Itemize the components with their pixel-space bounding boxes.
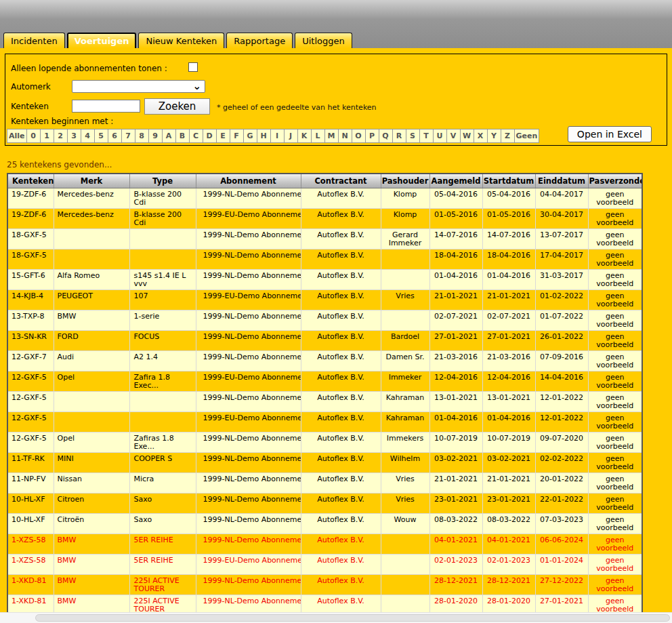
vehicle-cell: 11-TF-RK xyxy=(7,453,54,473)
alpha-filter-o[interactable]: O xyxy=(352,129,366,143)
vehicle-row[interactable]: 14-KJB-4PEUGEOT1071999-EU-Demo Abonnemen… xyxy=(7,290,642,310)
app-window: IncidentenVoertuigenNieuw KentekenRappor… xyxy=(0,0,672,623)
alpha-filter-5[interactable]: 5 xyxy=(94,129,108,143)
alpha-filter-1[interactable]: 1 xyxy=(40,129,54,143)
alpha-filter-0[interactable]: 0 xyxy=(26,129,41,143)
alpha-filter-y[interactable]: Y xyxy=(487,129,501,143)
vehicle-row[interactable]: 11-TF-RKMINICOOPER S1999-NL-Demo Abonnem… xyxy=(7,453,642,473)
alpha-filter-2[interactable]: 2 xyxy=(54,129,68,143)
open-in-excel-button[interactable]: Open in Excel xyxy=(568,126,652,142)
alpha-filter-v[interactable]: V xyxy=(446,129,461,143)
vehicle-row[interactable]: 12-GXF-51999-NL-Demo AbonnementAutoflex … xyxy=(7,392,642,412)
alpha-filter-6[interactable]: 6 xyxy=(108,129,122,143)
alpha-filter-x[interactable]: X xyxy=(474,129,488,143)
vehicle-cell xyxy=(381,534,429,555)
column-header-pashouder[interactable]: Pashouder xyxy=(381,174,429,188)
alpha-filter-p[interactable]: P xyxy=(365,129,379,143)
scrollbar-thumb[interactable] xyxy=(35,614,670,622)
vehicle-row[interactable]: 11-NP-FVNissanMicra1999-NL-Demo Abonneme… xyxy=(7,473,642,494)
alpha-filter-w[interactable]: W xyxy=(460,129,474,143)
vehicle-row[interactable]: 18-GXF-51999-NL-Demo AbonnementAutoflex … xyxy=(7,249,642,270)
alpha-filter-i[interactable]: I xyxy=(270,129,285,143)
column-header-abonnement[interactable]: Abonnement xyxy=(196,174,301,188)
column-header-pasverzonden[interactable]: Pasverzonden xyxy=(588,174,642,188)
alpha-filter-4[interactable]: 4 xyxy=(81,129,95,143)
vehicles-table: Kenteken△MerkTypeAbonnementContractantPa… xyxy=(7,173,643,623)
tab-incidenten[interactable]: Incidenten xyxy=(3,33,65,48)
vehicle-cell: BMW xyxy=(54,534,129,555)
alpha-filter-e[interactable]: E xyxy=(216,129,230,143)
alpha-filter-alle[interactable]: Alle xyxy=(7,129,27,143)
alpha-filter-l[interactable]: L xyxy=(311,129,325,143)
vehicle-row[interactable]: 12-GXF-7AudiA2 1.41999-NL-Demo Abonnemen… xyxy=(7,351,642,371)
vehicle-row[interactable]: 13-SN-KRFORDFOCUS1999-NL-Demo Abonnement… xyxy=(7,331,642,351)
alpha-filter-k[interactable]: K xyxy=(297,129,312,143)
vehicle-row[interactable]: 18-GXF-51999-NL-Demo AbonnementAutoflex … xyxy=(7,229,642,249)
alpha-filter-j[interactable]: J xyxy=(284,129,298,143)
alpha-filter-m[interactable]: M xyxy=(324,129,339,143)
column-header-merk[interactable]: Merk xyxy=(54,174,129,188)
vehicle-cell: geen voorbeeld xyxy=(588,514,642,534)
vehicle-row[interactable]: 19-ZDF-6Mercedes-benzB-klasse 200 Cdi199… xyxy=(7,188,642,209)
vehicle-cell: Damen Sr. xyxy=(381,351,429,371)
vehicle-cell: 18-04-2016 xyxy=(429,249,482,270)
vehicle-cell: 09-07-2020 xyxy=(535,433,588,453)
content-area: Alleen lopende abonnementen tonen : Auto… xyxy=(0,54,672,623)
alpha-filter-c[interactable]: C xyxy=(189,129,203,143)
vehicle-row[interactable]: 10-HL-XFCitroënSaxo1999-NL-Demo Abonneme… xyxy=(7,514,642,534)
vehicle-row[interactable]: 1-XKD-81BMW225I ACTIVE TOURER1999-NL-Dem… xyxy=(7,575,642,595)
tab-nieuw-kenteken[interactable]: Nieuw Kenteken xyxy=(138,33,224,48)
alpha-filter-9[interactable]: 9 xyxy=(148,129,163,143)
vehicle-row[interactable]: 12-GXF-5OpelZafira 1.8 Exec...1999-EU-De… xyxy=(7,371,642,392)
alpha-filter-u[interactable]: U xyxy=(433,129,447,143)
vehicle-cell: geen voorbeeld xyxy=(588,534,642,555)
vehicle-cell: 01-05-2016 xyxy=(482,209,535,229)
horizontal-scrollbar[interactable] xyxy=(0,612,672,623)
alpha-filter-geen[interactable]: Geen xyxy=(514,129,540,143)
vehicle-row[interactable]: 12-GXF-51999-EU-Demo AbonnementAutoflex … xyxy=(7,412,642,433)
vehicle-cell: 12-01-2022 xyxy=(535,412,588,433)
column-header-kenteken[interactable]: Kenteken△ xyxy=(7,174,54,188)
column-header-aangemeld[interactable]: Aangemeld xyxy=(429,174,482,188)
column-header-startdatum[interactable]: Startdatum xyxy=(482,174,535,188)
column-header-contractant[interactable]: Contractant xyxy=(301,174,381,188)
alpha-filter-n[interactable]: N xyxy=(338,129,352,143)
alpha-filter-g[interactable]: G xyxy=(243,129,257,143)
alpha-filter-3[interactable]: 3 xyxy=(67,129,81,143)
vehicle-row[interactable]: 15-GFT-6Alfa Romeos145 s1.4 IE L vvv1999… xyxy=(7,270,642,290)
alpha-filter-7[interactable]: 7 xyxy=(121,129,135,143)
automerk-select[interactable]: ⌄ xyxy=(72,80,205,93)
tab-rapportage[interactable]: Rapportage xyxy=(226,33,293,48)
alpha-filter-d[interactable]: D xyxy=(203,129,217,143)
alpha-filter-f[interactable]: F xyxy=(230,129,244,143)
vehicle-cell: Mercedes-benz xyxy=(54,188,129,209)
alpha-filter-z[interactable]: Z xyxy=(501,129,515,143)
alpha-filter-r[interactable]: R xyxy=(392,129,406,143)
column-header-type[interactable]: Type xyxy=(129,174,196,188)
vehicle-row[interactable]: 19-ZDF-6Mercedes-benzB-klasse 200 Cdi199… xyxy=(7,209,642,229)
alpha-filter-t[interactable]: T xyxy=(419,129,434,143)
vehicle-cell: 05-04-2016 xyxy=(429,188,482,209)
vehicle-row[interactable]: 1-XZS-58BMW5ER REIHE1999-NL-Demo Abonnem… xyxy=(7,534,642,555)
vehicle-cell: geen voorbeeld xyxy=(588,229,642,249)
alpha-filter-8[interactable]: 8 xyxy=(135,129,149,143)
column-header-einddatum[interactable]: Einddatum xyxy=(535,174,588,188)
vehicle-cell: Autoflex B.V. xyxy=(301,310,381,331)
vehicle-cell: 1999-NL-Demo Abonnement xyxy=(196,433,301,453)
alpha-filter-a[interactable]: A xyxy=(162,129,176,143)
vehicle-row[interactable]: 10-HL-XFCitroenSaxo1999-NL-Demo Abonneme… xyxy=(7,494,642,514)
vehicle-row[interactable]: 12-GXF-5OpelZafiras 1.8 Exe...1999-NL-De… xyxy=(7,433,642,453)
alpha-filter-h[interactable]: H xyxy=(257,129,271,143)
running-subscriptions-checkbox[interactable] xyxy=(188,62,198,72)
alpha-filter-b[interactable]: B xyxy=(175,129,190,143)
alpha-filter-q[interactable]: Q xyxy=(379,129,393,143)
kenteken-input[interactable] xyxy=(72,100,140,113)
tab-uitloggen[interactable]: Uitloggen xyxy=(295,33,352,48)
vehicle-row[interactable]: 1-XZS-58BMW5ER REIHE1999-EU-Demo Abonnem… xyxy=(7,555,642,575)
tab-voertuigen[interactable]: Voertuigen xyxy=(67,33,137,48)
vehicle-row[interactable]: 13-TXP-8BMW1-serie1999-NL-Demo Abonnemen… xyxy=(7,310,642,331)
alpha-filter-s[interactable]: S xyxy=(406,129,420,143)
vehicle-cell: 1999-EU-Demo Abonnement xyxy=(196,412,301,433)
vehicle-cell: 1999-NL-Demo Abonnement xyxy=(196,249,301,270)
zoeken-button[interactable]: Zoeken xyxy=(144,98,210,115)
